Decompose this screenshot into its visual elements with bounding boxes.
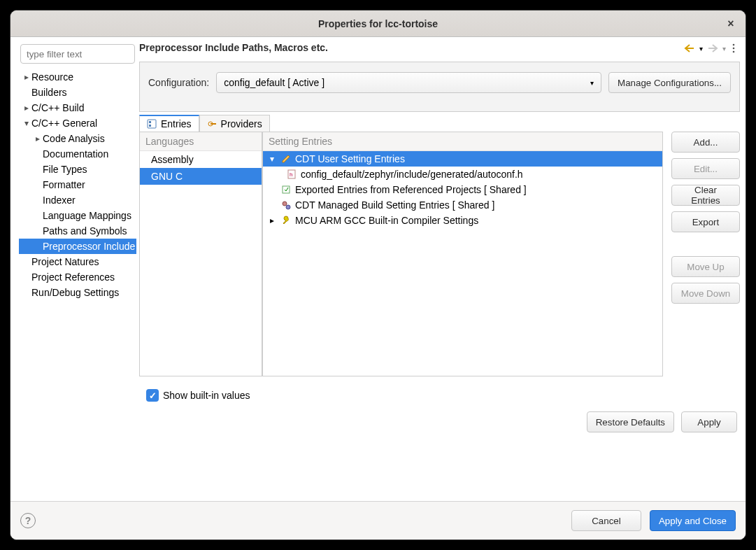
back-icon[interactable] — [684, 43, 695, 53]
config-panel: Configuration: config_default [ Active ]… — [139, 62, 740, 112]
tree-run-debug[interactable]: Run/Debug Settings — [19, 285, 136, 300]
manage-configs-button[interactable]: Manage Configurations... — [608, 72, 731, 93]
languages-header: Languages — [140, 132, 262, 151]
tree-preprocessor[interactable]: Preprocessor Include Paths, Macros etc. — [19, 239, 136, 254]
tab-providers[interactable]: Providers — [199, 115, 270, 132]
menu-icon[interactable] — [730, 43, 737, 53]
help-icon[interactable]: ? — [20, 513, 36, 528]
header-toolbar: ▾ ▾ — [684, 43, 737, 56]
languages-list: Languages Assembly GNU C — [139, 132, 262, 376]
nav-tree: ▸Resource Builders ▸C/C++ Build ▾C/C++ G… — [19, 69, 136, 300]
chevron-down-icon: ▾ — [22, 118, 31, 128]
chevron-right-icon: ▸ — [267, 216, 277, 225]
cancel-button[interactable]: Cancel — [571, 510, 641, 531]
tree-file-types[interactable]: File Types — [19, 162, 136, 177]
config-value: config_default [ Active ] — [224, 77, 324, 88]
dialog-footer: ? Cancel Apply and Close — [10, 501, 746, 540]
exported-icon — [281, 185, 291, 195]
apply-close-button[interactable]: Apply and Close — [650, 510, 736, 531]
config-select[interactable]: config_default [ Active ] ▾ — [216, 72, 601, 93]
svg-rect-4 — [149, 121, 151, 123]
entry-managed-build[interactable]: CDT Managed Build Setting Entries [ Shar… — [263, 197, 662, 213]
builtin-checkbox[interactable]: ✓ — [146, 389, 159, 402]
forward-icon[interactable] — [707, 43, 718, 53]
moveup-button[interactable]: Move Up — [671, 256, 740, 277]
svg-rect-5 — [149, 125, 151, 127]
setting-entries-header: Setting Entries — [263, 132, 662, 151]
svg-point-10 — [283, 202, 287, 206]
tabs: Entries Providers — [136, 115, 746, 132]
svg-rect-3 — [148, 120, 156, 128]
window-title: Properties for lcc-tortoise — [318, 18, 438, 29]
restore-defaults-button[interactable]: Restore Defaults — [587, 411, 674, 432]
entry-autoconf[interactable]: h config_default/zephyr/include/generate… — [263, 167, 662, 182]
lang-gnu-c[interactable]: GNU C — [140, 168, 262, 185]
tree-cpp-build[interactable]: ▸C/C++ Build — [19, 100, 136, 115]
tree-formatter[interactable]: Formatter — [19, 177, 136, 192]
chevron-right-icon: ▸ — [22, 72, 31, 82]
close-icon[interactable]: × — [725, 17, 737, 30]
entries-panel: Languages Assembly GNU C Setting Entries… — [139, 132, 740, 376]
setting-entries-list: Setting Entries ▾ CDT User Setting Entri… — [262, 132, 663, 376]
svg-rect-9 — [283, 186, 290, 193]
titlebar[interactable]: Properties for lcc-tortoise × — [10, 10, 746, 37]
header-file-icon: h — [287, 169, 297, 179]
dialog-window: Properties for lcc-tortoise × ▸Resource … — [10, 10, 746, 540]
tab-entries[interactable]: Entries — [139, 115, 199, 132]
entry-mcu-arm[interactable]: ▸ MCU ARM GCC Built-in Compiler Settings — [263, 213, 662, 228]
chevron-down-icon: ▾ — [267, 154, 277, 164]
chevron-right-icon: ▸ — [22, 103, 31, 113]
tree-builders[interactable]: Builders — [19, 85, 136, 100]
entry-cdt-user[interactable]: ▾ CDT User Setting Entries — [263, 151, 662, 167]
wrench-icon — [281, 216, 291, 225]
lang-assembly[interactable]: Assembly — [140, 151, 262, 168]
tree-cpp-general[interactable]: ▾C/C++ General — [19, 115, 136, 131]
apply-button[interactable]: Apply — [681, 411, 737, 432]
forward-menu-icon[interactable]: ▾ — [722, 45, 726, 52]
config-label: Configuration: — [148, 77, 209, 88]
svg-text:h: h — [290, 171, 292, 178]
tree-paths-symbols[interactable]: Paths and Symbols — [19, 223, 136, 239]
chevron-right-icon: ▸ — [33, 134, 43, 143]
export-button[interactable]: Export — [671, 211, 740, 232]
edit-button[interactable]: Edit... — [671, 158, 740, 179]
tree-code-analysis[interactable]: ▸Code Analysis — [19, 131, 136, 146]
svg-point-0 — [733, 44, 735, 46]
main-panel: Preprocessor Include Paths, Macros etc. … — [136, 37, 746, 501]
svg-point-2 — [733, 51, 735, 53]
dialog-body: ▸Resource Builders ▸C/C++ Build ▾C/C++ G… — [10, 37, 746, 501]
builtin-checkbox-row: ✓ Show built-in values — [136, 376, 746, 406]
entry-exported[interactable]: Exported Entries from Referenced Project… — [263, 182, 662, 197]
gears-icon — [281, 200, 291, 210]
entry-buttons: Add... Edit... Clear Entries Export Move… — [671, 132, 740, 376]
tree-project-natures[interactable]: Project Natures — [19, 254, 136, 269]
sidebar: ▸Resource Builders ▸C/C++ Build ▾C/C++ G… — [10, 37, 136, 501]
tree-language-mappings[interactable]: Language Mappings — [19, 208, 136, 223]
filter-input[interactable] — [20, 44, 135, 64]
svg-point-1 — [733, 48, 735, 50]
chevron-down-icon: ▾ — [590, 79, 594, 87]
tree-project-refs[interactable]: Project References — [19, 269, 136, 285]
back-menu-icon[interactable]: ▾ — [699, 45, 703, 52]
add-button[interactable]: Add... — [671, 132, 740, 153]
svg-point-11 — [286, 205, 290, 209]
tree-resource[interactable]: ▸Resource — [19, 69, 136, 85]
tree-documentation[interactable]: Documentation — [19, 146, 136, 162]
movedown-button[interactable]: Move Down — [671, 283, 740, 304]
pencil-icon — [281, 154, 291, 164]
builtin-label: Show built-in values — [163, 390, 250, 401]
clear-button[interactable]: Clear Entries — [671, 185, 740, 206]
tree-indexer[interactable]: Indexer — [19, 192, 136, 208]
providers-icon — [207, 119, 217, 129]
entries-icon — [147, 119, 157, 129]
page-title: Preprocessor Include Paths, Macros etc. — [139, 42, 328, 57]
